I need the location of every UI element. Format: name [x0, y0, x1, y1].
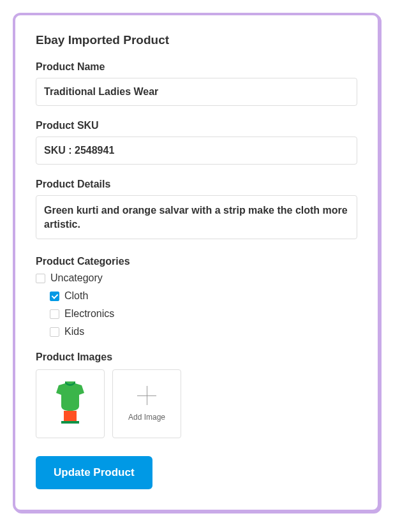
- product-categories-label: Product Categories: [36, 256, 357, 267]
- product-sku-input[interactable]: [36, 137, 357, 165]
- product-image-thumbnail[interactable]: [36, 369, 105, 438]
- product-sku-label: Product SKU: [36, 120, 357, 131]
- product-images-field: Product Images Add Image: [36, 351, 357, 438]
- product-name-input[interactable]: [36, 78, 357, 106]
- category-item-uncategory[interactable]: Uncategory: [36, 272, 357, 284]
- product-details-field: Product Details: [36, 179, 357, 242]
- add-image-button[interactable]: Add Image: [112, 369, 181, 438]
- update-product-button[interactable]: Update Product: [36, 456, 152, 489]
- category-item-kids[interactable]: Kids: [36, 326, 357, 337]
- category-label: Uncategory: [50, 272, 103, 284]
- product-name-label: Product Name: [36, 61, 357, 73]
- product-form-panel: Ebay Imported Product Product Name Produ…: [13, 13, 380, 512]
- dress-icon: [52, 381, 88, 426]
- product-details-input[interactable]: [36, 195, 357, 239]
- checkbox-icon: [36, 274, 45, 283]
- product-name-field: Product Name: [36, 61, 357, 106]
- add-image-label: Add Image: [128, 413, 165, 422]
- product-details-label: Product Details: [36, 179, 357, 190]
- category-item-electronics[interactable]: Electronics: [36, 308, 357, 320]
- category-item-cloth[interactable]: Cloth: [36, 290, 357, 302]
- checkbox-checked-icon: [50, 292, 59, 301]
- plus-icon: [137, 386, 156, 405]
- product-images-label: Product Images: [36, 351, 357, 363]
- svg-rect-1: [61, 421, 79, 424]
- category-label: Cloth: [64, 290, 88, 302]
- checkbox-icon: [50, 327, 59, 337]
- form-title: Ebay Imported Product: [36, 33, 357, 47]
- checkbox-icon: [50, 309, 59, 319]
- product-categories-field: Product Categories Uncategory Cloth Elec…: [36, 256, 357, 337]
- category-label: Kids: [64, 326, 84, 337]
- category-list: Uncategory Cloth Electronics Kids: [36, 272, 357, 337]
- product-sku-field: Product SKU: [36, 120, 357, 165]
- category-label: Electronics: [64, 308, 114, 320]
- images-row: Add Image: [36, 369, 357, 438]
